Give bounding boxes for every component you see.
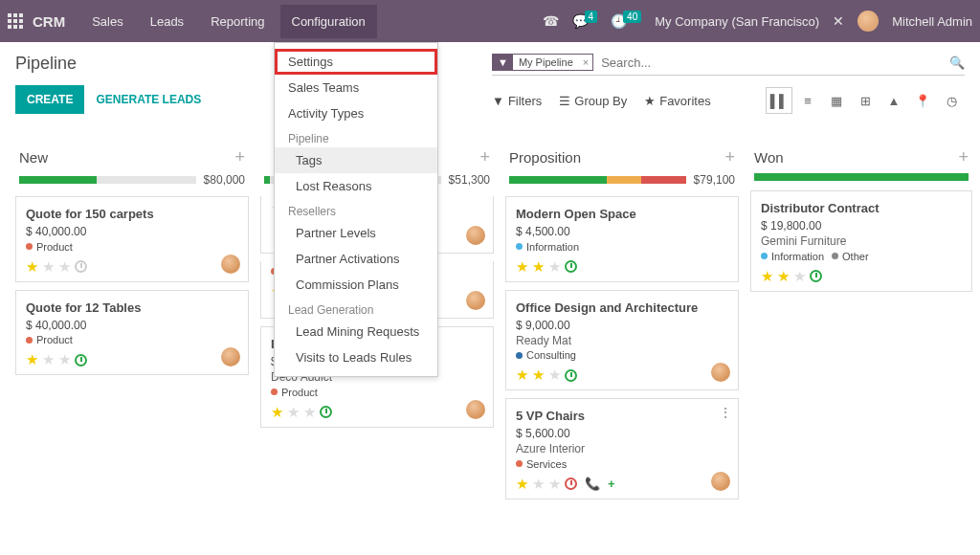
star-icon[interactable]: ★ [516,476,528,493]
star-icon[interactable]: ★ [548,366,561,384]
facet-remove[interactable]: × [579,56,592,68]
company-selector[interactable]: My Company (San Francisco) [655,14,819,29]
progress-bar[interactable] [19,176,196,184]
star-icon[interactable]: ★ [271,404,283,421]
add-card-icon[interactable]: + [958,147,969,167]
kanban-card[interactable]: Quote for 12 Tables$ 40,000.00Product★★★ [15,290,249,376]
generate-leads-button[interactable]: GENERATE LEADS [96,93,201,106]
avatar[interactable] [858,11,879,32]
search-input[interactable] [601,56,949,70]
column-amount: $51,300 [449,173,490,187]
kanban-card[interactable]: ⋮5 VP Chairs$ 5,600.00Azure InteriorServ… [505,398,739,500]
kanban-board: New+$80,000Quote for 150 carpets$ 40,000… [0,136,980,555]
search-icon[interactable]: 🔍 [949,56,965,70]
star-icon[interactable]: ★ [58,258,71,276]
star-icon[interactable]: ★ [761,268,773,285]
activity-clock-icon[interactable] [75,354,87,366]
dd-commission-plans[interactable]: Commission Plans [275,272,437,298]
star-icon[interactable]: ★ [793,268,806,285]
star-icon[interactable]: ★ [532,258,545,276]
create-button[interactable]: CREATE [15,85,84,114]
star-icon[interactable]: ★ [26,351,38,368]
app-brand[interactable]: CRM [33,13,65,30]
assignee-avatar[interactable] [466,226,485,245]
assignee-avatar[interactable] [711,363,730,382]
search-facet[interactable]: ▼ My Pipeline × [492,54,593,71]
dd-settings[interactable]: Settings [275,49,437,75]
dd-sales-teams[interactable]: Sales Teams [275,75,437,100]
assignee-avatar[interactable] [711,472,730,491]
card-menu-icon[interactable]: ⋮ [719,405,732,420]
dd-lead-mining-requests[interactable]: Lead Mining Requests [275,319,437,344]
dd-visits-to-leads-rules[interactable]: Visits to Leads Rules [275,344,437,370]
card-tags: Product [26,240,238,253]
activity-clock-icon[interactable] [75,260,87,273]
menu-sales[interactable]: Sales [80,5,135,38]
activity-clock-icon[interactable] [565,260,577,273]
phone-icon[interactable]: ☎ [543,13,559,29]
star-icon[interactable]: ★ [42,351,55,368]
star-icon[interactable]: ★ [26,258,38,276]
activity-view-button[interactable]: ◷ [938,87,965,114]
kanban-card[interactable]: Modern Open Space$ 4,500.00Information★★… [505,196,739,282]
map-view-button[interactable]: 📍 [909,87,936,114]
dd-activity-types[interactable]: Activity Types [275,100,437,126]
pivot-view-button[interactable]: ⊞ [852,87,879,114]
graph-view-button[interactable]: ▲ [880,87,907,114]
dd-lost-reasons[interactable]: Lost Reasons [275,173,437,199]
star-icon[interactable]: ★ [548,258,561,276]
phone-icon[interactable]: 📞 [585,477,600,491]
card-tags: Consulting [516,349,728,362]
groupby-button[interactable]: ☰Group By [559,94,627,108]
activity-clock-icon[interactable] [565,477,577,490]
kanban-view-button[interactable]: ▌▌ [766,87,792,114]
add-card-icon[interactable]: + [479,147,490,167]
menu-leads[interactable]: Leads [139,5,195,38]
tools-icon[interactable]: ✕ [833,13,844,29]
add-card-icon[interactable]: + [724,147,735,167]
star-icon[interactable]: ★ [777,268,790,285]
search-bar[interactable]: ▼ My Pipeline × 🔍 [492,54,965,76]
card-amount: $ 40,000.00 [26,225,238,238]
add-card-icon[interactable]: + [234,147,245,167]
kanban-card[interactable]: Distributor Contract$ 19,800.00Gemini Fu… [750,190,972,292]
assignee-avatar[interactable] [466,291,485,310]
assignee-avatar[interactable] [466,400,485,419]
kanban-card[interactable]: Quote for 150 carpets$ 40,000.00Product★… [15,196,249,282]
activity-icon[interactable]: 🕘40 [611,13,641,29]
menu-reporting[interactable]: Reporting [199,5,276,38]
user-name[interactable]: Mitchell Admin [892,14,972,29]
dd-resellers: Resellers [275,199,437,220]
activity-clock-icon[interactable] [810,270,822,282]
progress-bar[interactable] [754,173,969,181]
filters-button[interactable]: ▼Filters [492,94,542,108]
star-icon[interactable]: ★ [287,404,300,421]
card-company: Ready Mat [516,334,728,347]
star-icon[interactable]: ★ [548,476,561,493]
star-icon[interactable]: ★ [516,366,528,384]
star-icon[interactable]: ★ [42,258,55,276]
configuration-dropdown: SettingsSales TeamsActivity TypesPipelin… [274,42,438,377]
menu-configuration[interactable]: Configuration [280,5,377,38]
star-icon[interactable]: ★ [516,258,528,276]
calendar-view-button[interactable]: ▦ [823,87,850,114]
star-icon[interactable]: ★ [303,404,316,421]
activity-clock-icon[interactable] [320,406,332,418]
activity-clock-icon[interactable] [565,369,577,382]
assignee-avatar[interactable] [221,347,240,366]
favorites-button[interactable]: ★Favorites [644,94,710,108]
assignee-avatar[interactable] [221,255,240,274]
progress-bar[interactable] [509,176,686,184]
dd-tags[interactable]: Tags [275,147,437,173]
dd-partner-levels[interactable]: Partner Levels [275,220,437,246]
page-title: Pipeline [15,54,201,74]
star-icon[interactable]: ★ [532,476,545,493]
chat-icon[interactable]: 💬4 [572,13,598,29]
add-activity-icon[interactable]: + [608,477,615,491]
dd-partner-activations[interactable]: Partner Activations [275,246,437,272]
kanban-card[interactable]: Office Design and Architecture$ 9,000.00… [505,290,739,391]
star-icon[interactable]: ★ [58,351,71,368]
apps-icon[interactable] [8,13,23,29]
star-icon[interactable]: ★ [532,366,545,384]
list-view-button[interactable]: ≡ [794,87,821,114]
